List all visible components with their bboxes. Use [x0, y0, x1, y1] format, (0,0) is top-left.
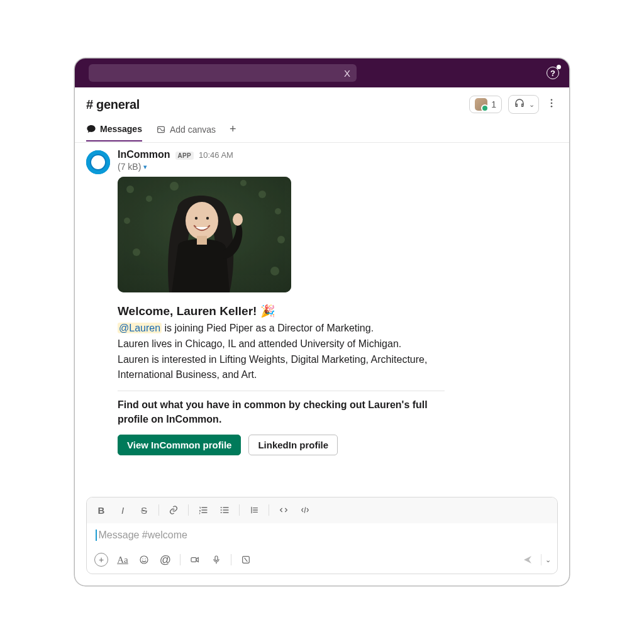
member-count: 1	[491, 99, 496, 109]
welcome-heading: Welcome, Lauren Keller! 🎉	[118, 304, 558, 318]
svg-point-15	[186, 202, 218, 240]
app-badge: APP	[175, 152, 194, 160]
user-mention[interactable]: @Lauren	[118, 323, 162, 333]
avatar	[475, 98, 487, 111]
formatting-toolbar: B I S	[87, 497, 557, 523]
svg-rect-19	[197, 236, 207, 245]
attachment-image[interactable]	[118, 177, 291, 292]
attachment-size-toggle[interactable]: (7 kB) ▾	[118, 162, 558, 172]
svg-point-9	[275, 208, 281, 214]
italic-button[interactable]: I	[113, 501, 132, 519]
bold-button[interactable]: B	[92, 501, 111, 519]
svg-point-20	[221, 507, 222, 508]
search-field[interactable]: X	[89, 64, 357, 82]
code-button[interactable]	[274, 501, 293, 519]
linkedin-profile-button[interactable]: LinkedIn profile	[248, 435, 338, 455]
message-list: InCommon APP 10:46 AM (7 kB) ▾	[75, 143, 569, 489]
text-cursor	[96, 530, 97, 541]
svg-point-25	[145, 558, 145, 559]
message-input[interactable]: Message #welcome	[87, 523, 557, 547]
svg-point-14	[277, 236, 285, 243]
button-row: View InCommon profile LinkedIn profile	[118, 435, 558, 455]
svg-point-1	[551, 102, 553, 104]
caret-down-icon: ▾	[143, 163, 147, 171]
svg-point-7	[170, 182, 179, 191]
formatting-toggle-button[interactable]: Aa	[113, 551, 132, 569]
notification-dot	[557, 65, 561, 69]
svg-point-0	[551, 99, 553, 101]
message-composer: B I S	[86, 497, 558, 574]
slack-window: X ? # general 1 ⌄	[74, 58, 570, 586]
tab-add[interactable]: +	[230, 123, 236, 142]
ordered-list-button[interactable]	[194, 501, 213, 519]
tada-emoji: 🎉	[260, 304, 275, 318]
channel-tabs: Messages Add canvas +	[75, 114, 569, 143]
welcome-body: @Lauren is joining Pied Piper as a Direc…	[118, 321, 445, 383]
send-options-button[interactable]: ⌄	[545, 556, 551, 564]
svg-rect-26	[191, 558, 196, 562]
svg-point-23	[140, 556, 148, 564]
mention-button[interactable]: @	[156, 551, 175, 569]
svg-point-17	[206, 217, 209, 219]
messages-icon	[86, 124, 96, 134]
search-close-icon[interactable]: X	[344, 68, 350, 79]
svg-point-11	[270, 267, 279, 275]
svg-point-5	[126, 186, 134, 193]
tab-label: Add canvas	[170, 125, 216, 135]
codeblock-button[interactable]	[296, 501, 314, 519]
members-button[interactable]: 1	[469, 96, 502, 113]
sender-name[interactable]: InCommon	[118, 149, 170, 160]
canvas-icon	[156, 125, 166, 135]
unordered-list-button[interactable]	[215, 501, 234, 519]
chevron-down-icon: ⌄	[529, 101, 535, 109]
help-button[interactable]: ?	[547, 67, 559, 79]
message-header: InCommon APP 10:46 AM	[118, 149, 558, 160]
audio-button[interactable]	[207, 551, 226, 569]
shortcuts-button[interactable]	[236, 551, 255, 569]
svg-point-12	[240, 180, 247, 186]
emoji-button[interactable]	[135, 551, 153, 569]
svg-point-16	[195, 217, 197, 219]
svg-point-10	[133, 248, 140, 256]
message: InCommon APP 10:46 AM (7 kB) ▾	[86, 149, 558, 455]
strikethrough-button[interactable]: S	[135, 501, 153, 519]
top-bar: X ?	[75, 58, 569, 87]
channel-header: # general 1 ⌄	[75, 87, 569, 114]
svg-point-6	[146, 196, 152, 202]
headphones-icon	[514, 97, 525, 111]
composer-area: B I S	[75, 489, 569, 586]
view-incommon-profile-button[interactable]: View InCommon profile	[118, 435, 241, 455]
tab-messages[interactable]: Messages	[86, 124, 142, 142]
channel-title[interactable]: # general	[86, 97, 140, 112]
divider	[118, 391, 445, 391]
message-timestamp[interactable]: 10:46 AM	[199, 150, 233, 160]
composer-actions: + Aa @	[87, 547, 557, 574]
attach-button[interactable]: +	[92, 551, 111, 569]
svg-point-18	[233, 213, 243, 226]
tab-label: Messages	[100, 124, 142, 134]
tab-add-canvas[interactable]: Add canvas	[156, 125, 216, 141]
plus-icon: +	[94, 553, 108, 567]
svg-point-22	[221, 512, 222, 513]
app-avatar[interactable]	[86, 150, 110, 174]
svg-point-21	[221, 509, 222, 511]
svg-point-24	[142, 558, 143, 559]
video-button[interactable]	[186, 551, 204, 569]
svg-rect-27	[215, 556, 218, 560]
cta-text: Find out what you have in common by chec…	[118, 397, 445, 426]
send-button[interactable]	[518, 551, 537, 569]
more-actions-button[interactable]	[545, 97, 558, 112]
huddle-button[interactable]: ⌄	[508, 95, 539, 114]
svg-point-2	[551, 105, 553, 107]
link-button[interactable]	[164, 501, 183, 519]
svg-point-13	[124, 218, 130, 224]
blockquote-button[interactable]	[245, 501, 264, 519]
svg-point-8	[258, 191, 266, 198]
